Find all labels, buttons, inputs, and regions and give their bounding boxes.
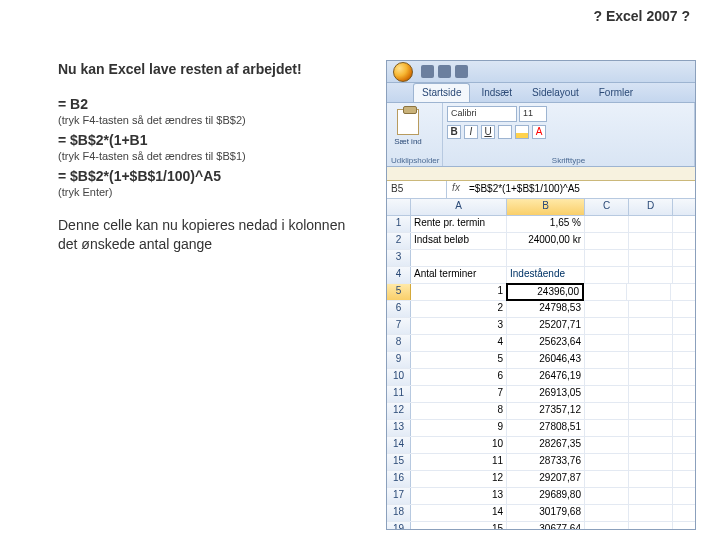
cell-d[interactable]	[629, 403, 673, 419]
cell-d[interactable]	[629, 505, 673, 521]
row-header[interactable]: 9	[387, 352, 411, 368]
row-header[interactable]: 17	[387, 488, 411, 504]
cell-b[interactable]: 27808,51	[507, 420, 585, 436]
cell-d[interactable]	[629, 318, 673, 334]
row-header[interactable]: 4	[387, 267, 411, 283]
row-header[interactable]: 18	[387, 505, 411, 521]
row-header[interactable]: 12	[387, 403, 411, 419]
cell-d[interactable]	[629, 369, 673, 385]
cell-b[interactable]: Indestående	[507, 267, 585, 283]
row-header[interactable]: 13	[387, 420, 411, 436]
cell-d[interactable]	[629, 233, 673, 249]
cell-a[interactable]: 8	[411, 403, 507, 419]
cell-a[interactable]: 11	[411, 454, 507, 470]
row-header[interactable]: 7	[387, 318, 411, 334]
cell-c[interactable]	[585, 522, 629, 530]
office-button[interactable]	[393, 62, 413, 82]
cell-b[interactable]: 28267,35	[507, 437, 585, 453]
cell-d[interactable]	[629, 522, 673, 530]
cell-b[interactable]: 24000,00 kr	[507, 233, 585, 249]
cell-d[interactable]	[629, 386, 673, 402]
cell-a[interactable]: 4	[411, 335, 507, 351]
cell-d[interactable]	[629, 250, 673, 266]
cell-b[interactable]: 26046,43	[507, 352, 585, 368]
cell-b[interactable]: 30677,64	[507, 522, 585, 530]
cell-c[interactable]	[585, 318, 629, 334]
cell-c[interactable]	[585, 386, 629, 402]
row-header[interactable]: 10	[387, 369, 411, 385]
cell-d[interactable]	[629, 301, 673, 317]
name-box[interactable]: B5	[387, 181, 447, 198]
col-header-c[interactable]: C	[585, 199, 629, 215]
cell-c[interactable]	[585, 505, 629, 521]
formula-input[interactable]: =$B$2*(1+$B$1/100)^A5	[465, 181, 695, 198]
cell-c[interactable]	[585, 369, 629, 385]
cell-b[interactable]: 28733,76	[507, 454, 585, 470]
cell-c[interactable]	[585, 233, 629, 249]
cell-d[interactable]	[629, 420, 673, 436]
row-header[interactable]: 5	[387, 284, 411, 300]
cell-a[interactable]: 15	[411, 522, 507, 530]
row-header[interactable]: 3	[387, 250, 411, 266]
row-header[interactable]: 14	[387, 437, 411, 453]
qat-redo-icon[interactable]	[455, 65, 468, 78]
cell-d[interactable]	[629, 352, 673, 368]
row-header[interactable]: 1	[387, 216, 411, 232]
cell-d[interactable]	[629, 471, 673, 487]
cell-c[interactable]	[585, 454, 629, 470]
tab-home[interactable]: Startside	[413, 83, 470, 102]
cell-a[interactable]: 2	[411, 301, 507, 317]
tab-formulas[interactable]: Formler	[590, 83, 642, 102]
cell-a[interactable]: 12	[411, 471, 507, 487]
cell-c[interactable]	[583, 284, 627, 300]
cell-a[interactable]: 1	[411, 284, 507, 300]
select-all-corner[interactable]	[387, 199, 411, 215]
fx-icon[interactable]: fx	[447, 181, 465, 198]
tab-layout[interactable]: Sidelayout	[523, 83, 588, 102]
font-color-button[interactable]: A	[532, 125, 546, 139]
cell-b[interactable]: 24798,53	[507, 301, 585, 317]
cell-b[interactable]: 24396,00	[506, 283, 584, 301]
cell-c[interactable]	[585, 301, 629, 317]
bold-button[interactable]: B	[447, 125, 461, 139]
row-header[interactable]: 6	[387, 301, 411, 317]
cell-b[interactable]: 26913,05	[507, 386, 585, 402]
row-header[interactable]: 15	[387, 454, 411, 470]
cell-d[interactable]	[629, 216, 673, 232]
cell-a[interactable]: 14	[411, 505, 507, 521]
tab-insert[interactable]: Indsæt	[472, 83, 521, 102]
row-header[interactable]: 11	[387, 386, 411, 402]
qat-undo-icon[interactable]	[438, 65, 451, 78]
italic-button[interactable]: I	[464, 125, 478, 139]
cell-c[interactable]	[585, 471, 629, 487]
underline-button[interactable]: U	[481, 125, 495, 139]
cell-c[interactable]	[585, 437, 629, 453]
cell-d[interactable]	[629, 335, 673, 351]
cell-d[interactable]	[627, 284, 671, 300]
cell-a[interactable]: Antal terminer	[411, 267, 507, 283]
cell-c[interactable]	[585, 488, 629, 504]
cell-a[interactable]: 3	[411, 318, 507, 334]
col-header-a[interactable]: A	[411, 199, 507, 215]
row-header[interactable]: 19	[387, 522, 411, 530]
cell-c[interactable]	[585, 420, 629, 436]
cell-c[interactable]	[585, 267, 629, 283]
cell-c[interactable]	[585, 335, 629, 351]
cell-b[interactable]: 29689,80	[507, 488, 585, 504]
cell-a[interactable]: 5	[411, 352, 507, 368]
cell-b[interactable]: 29207,87	[507, 471, 585, 487]
cell-a[interactable]: 6	[411, 369, 507, 385]
cell-b[interactable]: 27357,12	[507, 403, 585, 419]
cell-a[interactable]: 13	[411, 488, 507, 504]
row-header[interactable]: 8	[387, 335, 411, 351]
font-size-select[interactable]: 11	[519, 106, 547, 122]
cell-b[interactable]	[507, 250, 585, 266]
cell-a[interactable]: 7	[411, 386, 507, 402]
col-header-b[interactable]: B	[507, 199, 585, 215]
cell-b[interactable]: 25623,64	[507, 335, 585, 351]
cell-a[interactable]	[411, 250, 507, 266]
cell-a[interactable]: 9	[411, 420, 507, 436]
col-header-d[interactable]: D	[629, 199, 673, 215]
cell-d[interactable]	[629, 437, 673, 453]
row-header[interactable]: 2	[387, 233, 411, 249]
